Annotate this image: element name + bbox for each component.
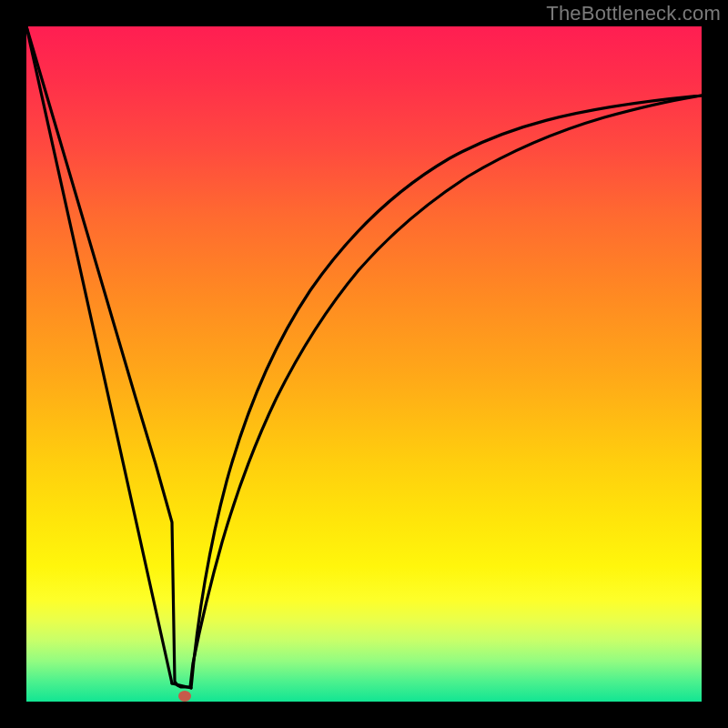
min-marker [178,691,191,702]
curve-right [191,96,702,688]
curve-bottom [172,683,191,688]
plot-area [26,26,702,702]
bottleneck-curve-clean [26,26,702,702]
chart-frame: TheBottleneck.com [0,0,728,728]
watermark-text: TheBottleneck.com [546,2,721,25]
curve-left [26,26,172,683]
bottleneck-curve [26,26,702,702]
curve-path [26,26,702,687]
